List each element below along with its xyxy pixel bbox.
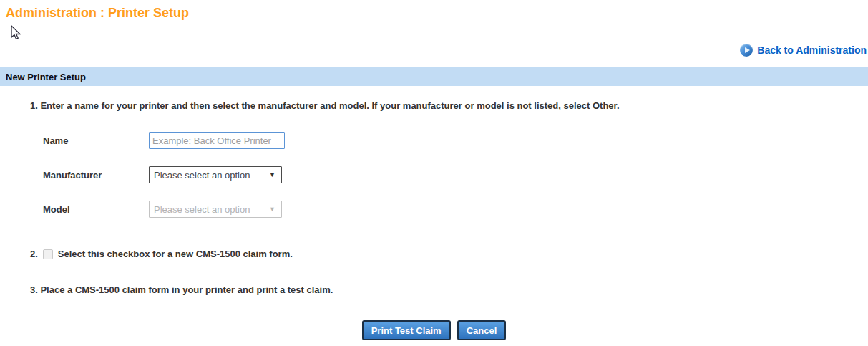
back-link-label: Back to Administration [757,44,867,56]
name-field-row: Name [43,132,285,149]
step-1-instruction: 1. Enter a name for your printer and the… [30,100,620,111]
name-label: Name [43,135,149,146]
step-3-instruction: 3. Place a CMS-1500 claim form in your p… [30,284,333,295]
panel-header-title: New Printer Setup [6,72,86,82]
printer-name-input[interactable] [149,132,285,149]
step-2-label: Select this checkbox for a new CMS-1500 … [58,249,293,259]
cancel-button[interactable]: Cancel [457,320,507,340]
page-title: Administration : Printer Setup [6,6,189,21]
model-select: Please select an option ▼ [149,201,282,218]
manufacturer-selected-value: Please select an option [154,170,250,181]
print-test-claim-button[interactable]: Print Test Claim [362,320,451,340]
model-selected-value: Please select an option [154,204,250,215]
manufacturer-label: Manufacturer [43,170,149,181]
cms1500-new-form-checkbox[interactable] [43,249,53,259]
mouse-cursor-icon [9,25,24,41]
action-button-row: Print Test Claim Cancel [0,320,868,340]
step-2-instruction: 2. Select this checkbox for a new CMS-15… [30,249,293,259]
model-label: Model [43,204,149,215]
model-field-row: Model Please select an option ▼ [43,201,282,218]
chevron-down-icon: ▼ [269,206,275,213]
manufacturer-field-row: Manufacturer Please select an option ▼ [43,166,282,183]
step-2-number: 2. [30,249,38,259]
circle-arrow-right-icon [740,44,753,57]
printer-setup-page: Administration : Printer Setup Back to A… [0,0,868,346]
panel-header: New Printer Setup [0,67,868,86]
back-to-administration-link[interactable]: Back to Administration [740,44,867,57]
chevron-down-icon: ▼ [269,171,275,178]
manufacturer-select[interactable]: Please select an option ▼ [149,166,282,183]
